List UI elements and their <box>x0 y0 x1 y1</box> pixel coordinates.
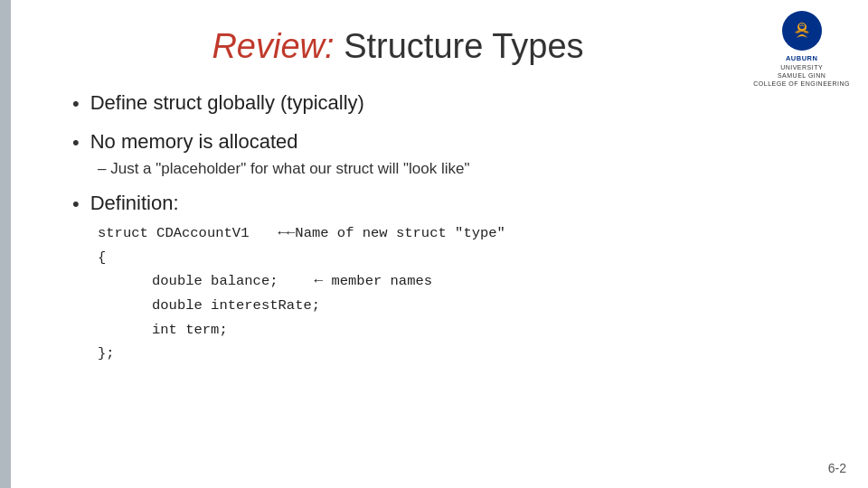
code-line-5: int term; <box>98 318 814 342</box>
bullet-dot-3: • <box>72 192 80 216</box>
logo-text: AUBURN UNIVERSITY SAMUEL GINN COLLEGE OF… <box>753 54 850 88</box>
bullet-text-1: Define struct globally (typically) <box>90 91 364 115</box>
svg-point-1 <box>799 23 805 29</box>
slide-content: • Define struct globally (typically) • N… <box>54 91 814 365</box>
code-brace-open: { <box>98 246 106 269</box>
bullet-2: • No memory is allocated – Just a "place… <box>72 130 814 181</box>
code-brace-close: }; <box>98 342 115 365</box>
code-term: int term; <box>152 318 228 342</box>
code-arrow-1: ←←Name of new struct "type" <box>278 221 505 246</box>
code-struct: struct CDAccountV1 <box>98 221 249 245</box>
code-line-2: { <box>98 246 814 269</box>
code-arrow-2: ← member names <box>315 269 433 294</box>
title-review: Review: <box>212 27 334 65</box>
code-block: struct CDAccountV1 ←←Name of new struct … <box>98 221 814 366</box>
bullet-3: • Definition: <box>72 192 814 216</box>
bullet-text-3: Definition: <box>90 192 179 215</box>
code-line-6: }; <box>98 342 814 365</box>
logo-area: AUBURN UNIVERSITY SAMUEL GINN COLLEGE OF… <box>753 11 850 88</box>
title-rest: Structure Types <box>335 27 584 65</box>
slide-title: Review: Structure Types <box>54 27 814 66</box>
auburn-logo-icon <box>789 18 815 43</box>
code-section: struct CDAccountV1 ←←Name of new struct … <box>98 221 814 366</box>
slide: AUBURN UNIVERSITY SAMUEL GINN COLLEGE OF… <box>0 0 868 488</box>
bullet-dot-1: • <box>72 92 80 116</box>
code-line-4: double interestRate; <box>98 294 814 317</box>
left-accent-bar <box>0 0 11 488</box>
code-line-1: struct CDAccountV1 ←←Name of new struct … <box>98 221 814 246</box>
auburn-logo-circle <box>782 11 822 51</box>
sub-bullet-2: – Just a "placeholder" for what our stru… <box>98 158 470 181</box>
bullet-dot-2: • <box>72 131 80 155</box>
bullet-text-2: No memory is allocated <box>90 130 298 154</box>
code-balance: double balance; <box>152 269 278 293</box>
code-arrow-text-2: member names <box>323 273 432 289</box>
code-interest-rate: double interestRate; <box>152 294 320 317</box>
page-number: 6-2 <box>828 461 846 475</box>
sub-bullet-text-2: – Just a "placeholder" for what our stru… <box>98 160 470 177</box>
bullet-1: • Define struct globally (typically) <box>72 91 814 116</box>
code-line-3: double balance; ← member names <box>98 269 814 294</box>
code-arrow-text-1: ←Name of new struct "type" <box>287 225 505 241</box>
